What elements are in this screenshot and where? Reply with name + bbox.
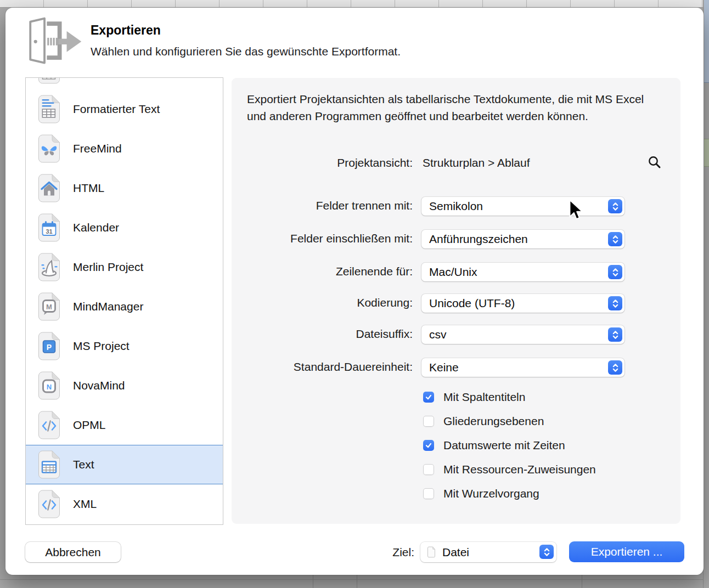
stepper-icon (608, 265, 622, 279)
sidebar-item-partial[interactable] (26, 77, 223, 89)
checkbox-mit-spaltentiteln[interactable] (423, 392, 434, 403)
file-icon (427, 546, 436, 558)
target-dropdown[interactable]: Datei (420, 542, 556, 562)
formatted-text-icon (36, 94, 62, 124)
stepper-icon (608, 296, 622, 310)
stepper-icon (539, 545, 554, 559)
export-door-arrow-icon (21, 17, 82, 65)
checkbox-row-gliederungsebenen: Gliederungsebenen (423, 414, 544, 428)
field-label-dateisuffix: Dateisuffix: (236, 327, 413, 341)
dropdown-kodierung[interactable]: Unicode (UTF-8) (421, 294, 624, 313)
dropdown-value: Anführungszeichen (429, 230, 528, 248)
project-view-label: Projektansicht: (236, 156, 413, 169)
calendar-icon: 31 (36, 213, 62, 242)
sidebar-item-label: OPML (73, 419, 106, 432)
field-label-kodierung: Kodierung: (236, 296, 413, 309)
dropdown-value: csv (429, 325, 447, 344)
dialog-title: Exportieren (91, 23, 161, 38)
n-square-icon: N (36, 371, 62, 400)
sidebar-item-label: Kalender (73, 221, 119, 234)
sidebar-item-label: XML (73, 497, 97, 511)
checkbox-label: Datumswerte mit Zeiten (443, 439, 565, 452)
sidebar-item-opml[interactable]: OPML (26, 405, 223, 445)
dropdown-value: Semikolon (429, 197, 483, 216)
project-view-value: Strukturplan > Ablauf (423, 156, 530, 169)
sidebar-item-label: HTML (73, 182, 104, 195)
dropdown-value: Unicode (UTF-8) (429, 294, 515, 313)
sidebar-item-label: Formatierter Text (73, 103, 160, 116)
sidebar-item-text[interactable]: Text (26, 445, 223, 484)
sidebar-item-kalender[interactable]: 31Kalender (26, 208, 223, 247)
checkbox-row-mit-ressourcen-zuweisungen: Mit Ressourcen-Zuweisungen (423, 462, 596, 477)
options-panel: Exportiert Projektansichten als tabellar… (232, 78, 680, 524)
background-app-bottom (0, 575, 709, 588)
sidebar-item-formatierter-text[interactable]: Formatierter Text (26, 89, 223, 129)
sidebar-item-label: FreeMind (73, 142, 122, 155)
field-label-felder-einschlie-en-mit: Felder einschließen mit: (236, 232, 413, 245)
dropdown-felder-einschlie-en-mit[interactable]: Anführungszeichen (421, 230, 624, 248)
search-icon[interactable] (647, 155, 662, 170)
code-icon (36, 489, 62, 519)
butterfly-icon (36, 134, 62, 163)
export-format-list[interactable]: Formatierter TextFreeMindHTML31KalenderM… (25, 77, 223, 525)
sidebar-item-label: Merlin Project (73, 261, 143, 274)
checkbox-mit-wurzelvorgang[interactable] (423, 488, 434, 499)
dropdown-dateisuffix[interactable]: csv (421, 325, 624, 344)
wizard-hat-icon (36, 252, 62, 282)
checkbox-label: Gliederungsebenen (443, 415, 544, 428)
code-icon (36, 410, 62, 440)
export-dialog: Exportieren Wählen und konfigurieren Sie… (5, 8, 704, 575)
home-icon (36, 173, 62, 203)
checkbox-label: Mit Ressourcen-Zuweisungen (443, 463, 596, 476)
sidebar-item-label: NovaMind (73, 379, 125, 392)
field-label-standard-dauereinheit: Standard-Dauereinheit: (236, 360, 413, 374)
stepper-icon (608, 327, 622, 342)
checkbox-row-datumswerte-mit-zeiten: Datumswerte mit Zeiten (423, 438, 565, 453)
dropdown-felder-trennen-mit[interactable]: Semikolon (421, 197, 624, 216)
checkbox-label: Mit Wurzelvorgang (443, 487, 539, 500)
dropdown-value: Mac/Unix (429, 263, 477, 281)
sidebar-item-label: MS Project (73, 340, 130, 353)
dialog-subtitle: Wählen und konfigurieren Sie das gewünsc… (91, 45, 401, 58)
stepper-icon (608, 232, 622, 246)
sidebar-item-freemind[interactable]: FreeMind (26, 129, 223, 168)
svg-text:P: P (47, 343, 52, 352)
checkbox-label: Mit Spaltentiteln (443, 391, 525, 404)
sidebar-item-mindmanager[interactable]: MMindManager (26, 287, 223, 326)
sidebar-item-merlin-project[interactable]: Merlin Project (26, 247, 223, 287)
svg-text:31: 31 (46, 228, 52, 235)
checkbox-gliederungsebenen[interactable] (423, 416, 434, 427)
checkbox-mit-ressourcen-zuweisungen[interactable] (423, 464, 434, 475)
field-label-zeilenende-f-r: Zeilenende für: (236, 265, 413, 278)
svg-text:N: N (47, 383, 52, 391)
format-description: Exportiert Projektansichten als tabellar… (247, 91, 657, 125)
checkbox-datumswerte-mit-zeiten[interactable] (423, 440, 434, 451)
sidebar-item-label: Text (73, 458, 94, 471)
sidebar-item-novamind[interactable]: NNovaMind (26, 366, 223, 405)
stepper-icon (608, 199, 622, 213)
dropdown-value: Keine (429, 358, 459, 377)
background-app-right-edge (703, 0, 709, 588)
screen: Exportieren Wählen und konfigurieren Sie… (0, 0, 709, 588)
cancel-button[interactable]: Abbrechen (25, 542, 121, 562)
target-value: Datei (442, 542, 469, 562)
target-label: Ziel: (324, 546, 414, 559)
export-button[interactable]: Exportieren ... (569, 541, 684, 562)
document-grid-icon (36, 77, 62, 84)
checkbox-row-mit-spaltentiteln: Mit Spaltentiteln (423, 390, 525, 404)
sidebar-item-html[interactable]: HTML (26, 168, 223, 208)
stepper-icon (608, 360, 622, 375)
sidebar-item-ms-project[interactable]: PMS Project (26, 326, 223, 366)
sidebar-item-label: MindManager (73, 300, 143, 313)
speech-bubble-m-icon: M (36, 292, 62, 321)
dropdown-standard-dauereinheit[interactable]: Keine (421, 358, 624, 377)
table-icon (36, 450, 62, 479)
field-label-felder-trennen-mit: Felder trennen mit: (236, 199, 413, 212)
background-app-table-header (0, 0, 709, 8)
p-square-icon: P (36, 331, 62, 361)
checkbox-row-mit-wurzelvorgang: Mit Wurzelvorgang (423, 487, 539, 501)
dropdown-zeilenende-f-r[interactable]: Mac/Unix (421, 263, 624, 281)
svg-text:M: M (46, 303, 52, 311)
sidebar-item-xml[interactable]: XML (26, 484, 223, 524)
